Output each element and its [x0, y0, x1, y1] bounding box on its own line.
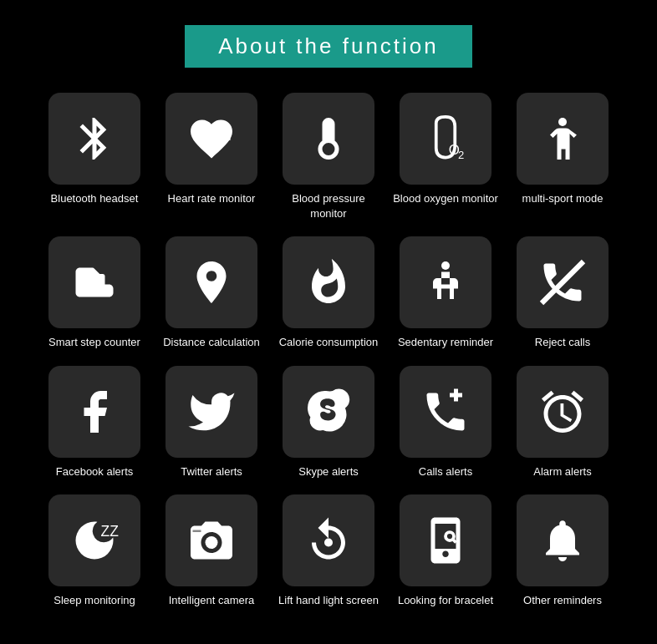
icon-box-bluetooth-headset — [48, 93, 140, 185]
icon-box-skype-alerts — [283, 366, 374, 458]
feature-label-looking-for-bracelet: Looking for bracelet — [398, 593, 493, 608]
svg-text:2: 2 — [458, 149, 464, 161]
features-grid: Bluetooth headsetHeart rate monitorBlood… — [40, 93, 617, 608]
svg-line-10 — [453, 539, 456, 542]
feature-item-calorie-consumption: Calorie consumption — [274, 236, 383, 350]
feature-label-intelligent-camera: Intelligent camera — [169, 593, 255, 608]
feature-label-twitter-alerts: Twitter alerts — [181, 464, 242, 479]
svg-point-3 — [441, 261, 450, 270]
feature-item-alarm-alerts: Alarm alerts — [508, 366, 617, 479]
icon-box-calorie-consumption — [283, 236, 374, 328]
svg-point-8 — [324, 538, 333, 546]
icon-box-looking-for-bracelet — [400, 494, 491, 586]
svg-rect-7 — [193, 530, 201, 532]
icon-box-sedentary-reminder — [400, 236, 491, 328]
feature-label-calorie-consumption: Calorie consumption — [279, 335, 379, 350]
feature-label-multi-sport-mode: multi-sport mode — [522, 191, 604, 206]
feature-item-intelligent-camera: Intelligent camera — [157, 494, 266, 608]
icon-box-alarm-alerts — [517, 366, 609, 458]
feature-label-bluetooth-headset: Bluetooth headset — [51, 191, 139, 206]
feature-label-sleep-monitoring: Sleep monitoring — [53, 593, 135, 608]
feature-label-facebook-alerts: Facebook alerts — [56, 464, 134, 479]
feature-item-multi-sport-mode: multi-sport mode — [508, 93, 617, 221]
icon-box-other-reminders — [517, 494, 609, 586]
icon-box-reject-calls — [517, 236, 609, 328]
feature-item-sedentary-reminder: Sedentary reminder — [391, 236, 500, 350]
feature-label-sedentary-reminder: Sedentary reminder — [398, 335, 493, 350]
feature-item-blood-pressure-monitor: Blood pressure monitor — [274, 93, 383, 221]
feature-item-distance-calculation: Distance calculation — [157, 236, 266, 350]
icon-box-blood-oxygen-monitor: O2 — [400, 93, 491, 185]
feature-item-reject-calls: Reject calls — [508, 236, 617, 350]
icon-box-calls-alerts — [400, 366, 491, 458]
feature-label-skype-alerts: Skype alerts — [298, 464, 359, 479]
feature-item-twitter-alerts: Twitter alerts — [157, 366, 266, 479]
icon-box-distance-calculation — [166, 236, 257, 328]
feature-item-smart-step-counter: Smart step counter — [40, 236, 149, 350]
feature-item-other-reminders: Other reminders — [508, 494, 617, 608]
svg-point-2 — [558, 118, 567, 126]
feature-item-lift-hand-light-screen: Lift hand light screen — [274, 494, 383, 608]
icon-box-sleep-monitoring: ZZ — [48, 494, 140, 586]
feature-item-calls-alerts: Calls alerts — [391, 366, 500, 479]
feature-label-calls-alerts: Calls alerts — [419, 464, 472, 479]
feature-label-blood-oxygen-monitor: Blood oxygen monitor — [393, 191, 498, 206]
feature-item-bluetooth-headset: Bluetooth headset — [40, 93, 149, 221]
title-banner: About the function — [185, 25, 472, 68]
feature-item-heart-rate-monitor: Heart rate monitor — [157, 93, 266, 221]
feature-item-blood-oxygen-monitor: O2Blood oxygen monitor — [391, 93, 500, 221]
icon-box-twitter-alerts — [166, 366, 257, 458]
feature-label-reject-calls: Reject calls — [535, 335, 590, 350]
feature-item-looking-for-bracelet: Looking for bracelet — [391, 494, 500, 608]
feature-label-other-reminders: Other reminders — [523, 593, 602, 608]
icon-box-multi-sport-mode — [517, 93, 609, 185]
feature-label-distance-calculation: Distance calculation — [163, 335, 260, 350]
feature-label-smart-step-counter: Smart step counter — [48, 335, 140, 350]
feature-item-sleep-monitoring: ZZSleep monitoring — [40, 494, 149, 608]
icon-box-lift-hand-light-screen — [283, 494, 374, 586]
page-title: About the function — [218, 33, 439, 59]
feature-label-alarm-alerts: Alarm alerts — [533, 464, 591, 479]
feature-label-heart-rate-monitor: Heart rate monitor — [168, 191, 256, 206]
feature-label-lift-hand-light-screen: Lift hand light screen — [278, 593, 379, 608]
icon-box-facebook-alerts — [48, 366, 140, 458]
svg-text:ZZ: ZZ — [101, 523, 120, 540]
feature-item-skype-alerts: Skype alerts — [274, 366, 383, 479]
icon-box-heart-rate-monitor — [166, 93, 257, 185]
icon-box-smart-step-counter — [48, 236, 140, 328]
feature-label-blood-pressure-monitor: Blood pressure monitor — [274, 191, 383, 221]
icon-box-blood-pressure-monitor — [283, 93, 374, 185]
feature-item-facebook-alerts: Facebook alerts — [40, 366, 149, 479]
svg-point-6 — [206, 536, 218, 549]
icon-box-intelligent-camera — [166, 494, 257, 586]
